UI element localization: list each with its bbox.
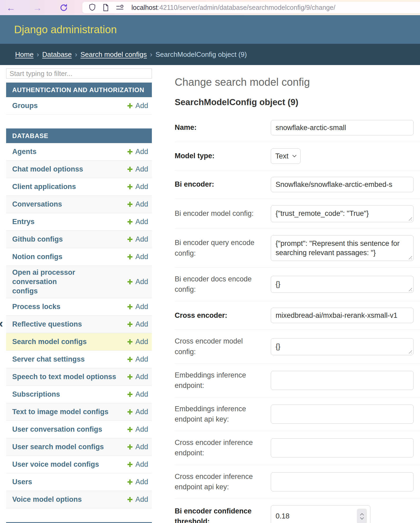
sidebar-row-user-voice-model-configs: User voice model configsAdd — [6, 456, 152, 473]
forward-arrow-icon[interactable]: → — [33, 3, 42, 12]
number-value: 0.18 — [276, 512, 290, 520]
add-agents-link[interactable]: Add — [127, 148, 148, 156]
textarea-value: {"trust_remote_code": "True"} — [276, 209, 409, 218]
form-row-embeddings-inference-endpoint-api-key: Embeddings inference endpoint api key: — [175, 397, 420, 431]
form-row-bi-encoder-confidence-threshold: Bi encoder confidence threshold:0.18 — [175, 499, 420, 523]
field-label-embeddings-inference-endpoint-api-key: Embeddings inference endpoint api key: — [175, 404, 262, 425]
add-users-link[interactable]: Add — [127, 478, 148, 486]
number-input-bi-encoder-confidence-threshold[interactable]: 0.18 — [271, 505, 370, 523]
textarea-bi-encoder-query-encode-config[interactable]: {"prompt": "Represent this sentence for … — [271, 235, 414, 261]
sidebar-item-user-voice-model-configs[interactable]: User voice model configs — [12, 460, 99, 469]
sidebar-item-client-applications[interactable]: Client applications — [12, 182, 76, 191]
sidebar-row-agents: AgentsAdd — [6, 143, 152, 161]
sidebar-item-github-configs[interactable]: Github configs — [12, 235, 63, 244]
breadcrumb-searchmodelconfigs-link[interactable]: Search model configs — [80, 50, 147, 59]
add-reflective-questions-link[interactable]: Add — [127, 320, 148, 328]
plus-icon — [127, 166, 133, 172]
shield-icon[interactable] — [89, 3, 96, 12]
add-chat-model-optionss-link[interactable]: Add — [127, 165, 148, 173]
form-row-model-type: Model type:Text — [175, 142, 420, 170]
sidebar-item-user-conversation-configs[interactable]: User conversation configs — [12, 425, 102, 434]
sidebar-item-reflective-questions[interactable]: Reflective questions — [12, 320, 82, 329]
add-subscriptions-link[interactable]: Add — [127, 390, 148, 398]
input-embeddings-inference-endpoint[interactable] — [271, 371, 414, 390]
plus-icon — [127, 219, 133, 225]
permissions-icon[interactable] — [116, 5, 125, 11]
add-client-applications-link[interactable]: Add — [127, 183, 148, 191]
sidebar-item-subscriptions[interactable]: Subscriptions — [12, 390, 60, 399]
browser-toolbar: ← → loc — [0, 0, 420, 15]
plus-icon — [127, 409, 133, 415]
sidebar-item-voice-model-options[interactable]: Voice model options — [12, 495, 82, 504]
add-text-to-image-model-configs-link[interactable]: Add — [127, 408, 148, 416]
field-label-bi-encoder-query-encode-config: Bi encoder query encode config: — [175, 238, 262, 258]
add-groups-link[interactable]: Add — [127, 102, 148, 110]
breadcrumb-current: SearchModelConfig object (9) — [156, 50, 247, 59]
url-path: :42110/server/admin/database/searchmodel… — [158, 4, 335, 11]
sidebar-row-chat-model-optionss: Chat model optionssAdd — [6, 161, 152, 178]
add-user-conversation-configs-link[interactable]: Add — [127, 425, 148, 434]
sidebar-collapse-icon[interactable]: « — [0, 318, 3, 329]
add-user-search-model-configs-link[interactable]: Add — [127, 443, 148, 451]
field-label-embeddings-inference-endpoint: Embeddings inference endpoint: — [175, 370, 262, 391]
sidebar-item-text-to-image-model-configs[interactable]: Text to image model configs — [12, 407, 109, 417]
sidebar-row-users: UsersAdd — [6, 473, 152, 491]
breadcrumb-home-link[interactable]: Home — [15, 50, 33, 59]
textarea-bi-encoder-docs-encode-config[interactable]: {} — [271, 276, 414, 293]
sidebar-item-entrys[interactable]: Entrys — [12, 217, 35, 226]
sidebar-item-groups[interactable]: Groups — [12, 101, 38, 110]
select-model-type[interactable]: Text — [271, 148, 301, 164]
textarea-bi-encoder-model-config[interactable]: {"trust_remote_code": "True"} — [271, 205, 414, 222]
sidebar-item-chat-model-optionss[interactable]: Chat model optionss — [12, 165, 83, 174]
sidebar-row-search-model-configs: Search model configsAdd — [6, 333, 152, 351]
add-github-configs-link[interactable]: Add — [127, 235, 148, 243]
sidebar-item-notion-configs[interactable]: Notion configs — [12, 252, 62, 262]
refresh-icon[interactable] — [59, 3, 68, 12]
sidebar-item-search-model-configs[interactable]: Search model configs — [12, 337, 87, 346]
add-entrys-link[interactable]: Add — [127, 218, 148, 226]
plus-icon — [127, 201, 133, 207]
main-content: Change search model config SearchModelCo… — [152, 65, 420, 523]
add-speech-to-text-model-optionss-link[interactable]: Add — [127, 373, 148, 381]
input-cross-encoder[interactable] — [271, 308, 414, 323]
sidebar-filter-input[interactable] — [6, 68, 152, 79]
sidebar-item-server-chat-settingss[interactable]: Server chat settingss — [12, 355, 85, 364]
add-notion-configs-link[interactable]: Add — [127, 253, 148, 261]
page-title: Change search model config — [175, 76, 420, 88]
add-search-model-configs-link[interactable]: Add — [127, 338, 148, 346]
sidebar-row-groups: GroupsAdd — [6, 97, 152, 115]
sidebar-item-process-locks[interactable]: Process locks — [12, 302, 61, 311]
textarea-value: {"prompt": "Represent this sentence for … — [276, 239, 409, 257]
add-open-ai-processor-conversation-configs-link[interactable]: Add — [127, 278, 148, 286]
number-spinner[interactable] — [357, 509, 367, 523]
page-icon[interactable] — [103, 4, 109, 11]
sidebar-item-users[interactable]: Users — [12, 477, 32, 487]
sidebar-item-agents[interactable]: Agents — [12, 147, 37, 156]
input-embeddings-inference-endpoint-api-key[interactable] — [271, 405, 414, 424]
add-process-locks-link[interactable]: Add — [127, 303, 148, 311]
sidebar-item-user-search-model-configs[interactable]: User search model configs — [12, 442, 104, 452]
add-voice-model-options-link[interactable]: Add — [127, 495, 148, 504]
breadcrumb-database-link[interactable]: Database — [42, 50, 72, 59]
textarea-cross-encoder-model-config[interactable]: {} — [271, 338, 414, 355]
field-label-model-type: Model type: — [175, 151, 262, 161]
add-conversations-link[interactable]: Add — [127, 200, 148, 208]
sidebar-row-subscriptions: SubscriptionsAdd — [6, 386, 152, 403]
sidebar-item-conversations[interactable]: Conversations — [12, 200, 62, 209]
add-user-voice-model-configs-link[interactable]: Add — [127, 460, 148, 469]
sidebar-item-speech-to-text-model-optionss[interactable]: Speech to text model optionss — [12, 372, 116, 381]
field-label-cross-encoder-model-config: Cross encoder model config: — [175, 336, 262, 357]
site-title[interactable]: Django administration — [14, 24, 117, 36]
sidebar-row-conversations: ConversationsAdd — [6, 196, 152, 213]
input-cross-encoder-inference-endpoint-api-key[interactable] — [271, 472, 414, 491]
breadcrumb-separator: › — [75, 50, 77, 59]
add-server-chat-settingss-link[interactable]: Add — [127, 355, 148, 363]
input-cross-encoder-inference-endpoint[interactable] — [271, 438, 414, 457]
sidebar-item-open-ai-processor-conversation-configs[interactable]: Open ai processor conversation configs — [12, 268, 81, 296]
input-name[interactable] — [271, 120, 414, 135]
url-bar[interactable]: localhost:42110/server/admin/database/se… — [82, 2, 420, 13]
input-bi-encoder[interactable] — [271, 177, 414, 192]
form-row-name: Name: — [175, 114, 420, 142]
sidebar-empty-row — [6, 508, 152, 522]
back-arrow-icon[interactable]: ← — [6, 3, 15, 12]
